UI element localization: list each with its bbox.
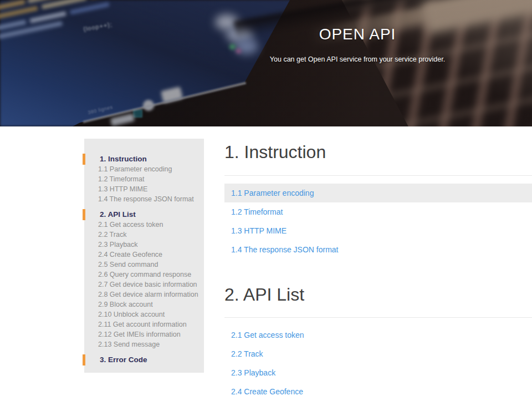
screen-blur-blob (215, 14, 238, 30)
screen-blur-blob (236, 49, 241, 53)
sidebar-item-get-imeis-information[interactable]: 2.12 Get IMEIs information (84, 329, 204, 339)
section-marker-icon (83, 154, 85, 165)
screen-bezel-edge (83, 82, 247, 123)
sidebar-nav: 1. Instruction 1.1 Parameter encoding 1.… (84, 139, 204, 373)
laptop-screen-photo (0, 0, 532, 126)
hero-banner: {loop++}; 380 lignes OPEN API You can ge… (0, 0, 532, 126)
main-content: 1. Instruction 1.1 Parameter encoding 1.… (224, 126, 532, 401)
sidebar-item-send-message[interactable]: 2.13 Send message (84, 339, 204, 349)
sidebar-item-get-access-token[interactable]: 2.1 Get access token (84, 220, 204, 230)
link-create-geofence[interactable]: 2.4 Create Geofence (224, 382, 532, 401)
screen-blur-blob (229, 44, 236, 49)
section-api-list: 2. API List 2.1 Get access token 2.2 Tra… (224, 283, 532, 401)
taskbar-icon-blur (110, 113, 135, 126)
sidebar-item-parameter-encoding[interactable]: 1.1 Parameter encoding (84, 164, 204, 174)
photo-lines-label: 380 lignes (87, 104, 113, 115)
section-heading: 1. Instruction (224, 141, 532, 164)
link-playback[interactable]: 2.3 Playback (224, 363, 532, 382)
section-links: 2.1 Get access token 2.2 Track 2.3 Playb… (224, 326, 532, 401)
link-http-mime[interactable]: 1.3 HTTP MIME (224, 221, 532, 240)
sidebar-item-block-account[interactable]: 2.9 Block account (84, 300, 204, 309)
section-heading: 2. API List (224, 283, 532, 307)
hero-copy: OPEN API You can get Open API service fr… (270, 26, 445, 63)
code-lines-photo (0, 0, 282, 43)
sidebar-item-get-device-alarm-information[interactable]: 2.8 Get device alarm information (84, 290, 204, 300)
sidebar-item-error-code[interactable]: 3. Error Code (84, 355, 204, 365)
code-line (0, 21, 63, 39)
section-marker-icon (83, 354, 85, 366)
screen-blur-blob (226, 26, 253, 43)
sidebar-item-response-json-format[interactable]: 1.4 The response JSON format (84, 194, 204, 204)
code-line (0, 2, 110, 31)
page-subtitle: You can get Open API service from your s… (270, 55, 445, 63)
photo-code-text: {loop++}; (83, 21, 112, 32)
section-divider (224, 175, 532, 176)
code-line (0, 0, 157, 19)
sidebar-item-label: 2. API List (100, 210, 136, 219)
hero-dark-overlay (0, 0, 532, 126)
link-get-access-token[interactable]: 2.1 Get access token (224, 326, 532, 344)
link-timeformat[interactable]: 1.2 Timeformat (224, 202, 532, 221)
page-title: OPEN API (270, 26, 445, 43)
sidebar-item-create-geofence[interactable]: 2.4 Create Geofence (84, 250, 204, 260)
taskbar-icon-blur (161, 87, 183, 103)
sidebar-item-query-command-response[interactable]: 2.6 Query command response (84, 270, 204, 280)
link-response-json-format[interactable]: 1.4 The response JSON format (224, 240, 532, 259)
sidebar-item-label: 1. Instruction (100, 155, 147, 163)
sidebar-item-track[interactable]: 2.2 Track (84, 230, 204, 240)
sidebar-item-api-list[interactable]: 2. API List (84, 210, 204, 220)
section-instruction: 1. Instruction 1.1 Parameter encoding 1.… (224, 141, 532, 259)
sidebar-item-get-account-information[interactable]: 2.11 Get account information (84, 319, 204, 329)
link-track[interactable]: 2.2 Track (224, 344, 532, 363)
keyboard-keys-blur (0, 0, 532, 126)
section-links: 1.1 Parameter encoding 1.2 Timeformat 1.… (224, 184, 532, 259)
keyboard-photo (0, 0, 532, 126)
screen-blur-blob (235, 39, 258, 54)
sidebar-item-get-device-basic-information[interactable]: 2.7 Get device basic information (84, 280, 204, 290)
taskbar-icon-blur (143, 100, 154, 111)
sidebar-item-timeformat[interactable]: 1.2 Timeformat (84, 174, 204, 184)
section-divider (224, 317, 532, 318)
sidebar-item-send-command[interactable]: 2.5 Send command (84, 260, 204, 270)
sidebar-item-instruction[interactable]: 1. Instruction (84, 154, 204, 164)
sidebar-item-http-mime[interactable]: 1.3 HTTP MIME (84, 184, 204, 194)
taskbar-icon-blur (133, 109, 142, 118)
sidebar-item-playback[interactable]: 2.3 Playback (84, 240, 204, 250)
sidebar-item-label: 3. Error Code (100, 356, 147, 364)
sidebar-item-unblock-account[interactable]: 2.10 Unblock account (84, 309, 204, 319)
code-line (0, 0, 248, 11)
section-marker-icon (83, 209, 85, 220)
link-parameter-encoding[interactable]: 1.1 Parameter encoding (224, 184, 532, 202)
